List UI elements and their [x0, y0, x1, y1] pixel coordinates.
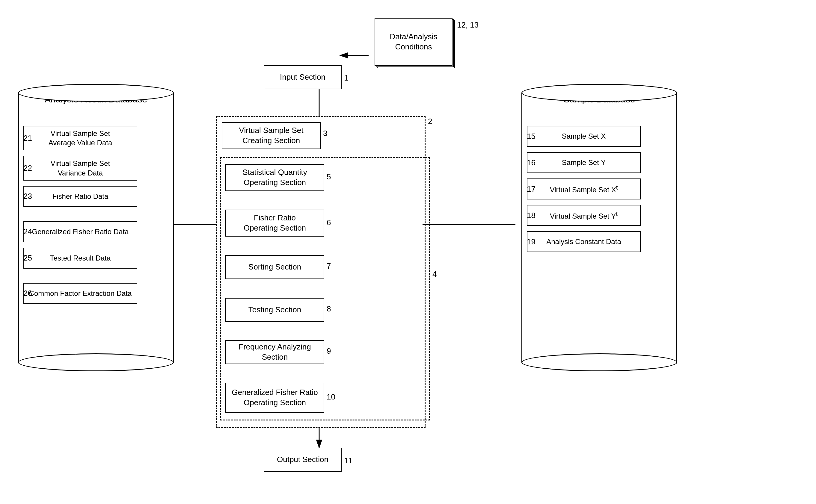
generalized-fisher-data-box: Generalized Fisher Ratio Data: [23, 221, 137, 242]
frequency-analyzing-box: Frequency Analyzing Section: [225, 340, 324, 364]
ref-25: 25: [23, 253, 32, 263]
ref-12-13: 12, 13: [457, 20, 479, 30]
ref-9: 9: [327, 346, 331, 356]
ref-26: 26: [23, 289, 32, 298]
ref-18: 18: [527, 211, 536, 220]
pages-stack: Data/AnalysisConditions: [374, 18, 453, 66]
inner-dashed-box: [220, 157, 430, 420]
ref-24: 24: [23, 227, 32, 236]
input-section-box: Input Section: [264, 65, 341, 89]
ref-23: 23: [23, 192, 32, 201]
testing-section-box: Testing Section: [225, 298, 324, 322]
sample-db: Sample Database 14 Sample Set X 15 Sampl…: [522, 84, 677, 362]
statistical-quantity-box: Statistical QuantityOperating Section: [225, 164, 324, 191]
ref-3: 3: [323, 129, 327, 138]
virtual-sample-creating-box: Virtual Sample SetCreating Section: [222, 122, 321, 149]
common-factor-box: Common Factor Extraction Data: [23, 283, 137, 304]
ref-17: 17: [527, 184, 536, 194]
analysis-result-db: Analysis Result Database 20 Virtual Samp…: [18, 84, 174, 362]
tested-result-box: Tested Result Data: [23, 248, 137, 269]
ref-6: 6: [327, 218, 331, 227]
fisher-ratio-op-box: Fisher RatioOperating Section: [225, 210, 324, 237]
ref-21: 21: [23, 134, 32, 143]
vss-variance-box: Virtual Sample SetVariance Data: [23, 156, 137, 180]
ref-4: 4: [433, 270, 437, 279]
generalized-fisher-box: Generalized Fisher RatioOperating Sectio…: [225, 383, 324, 413]
ref-10: 10: [327, 392, 335, 402]
ref-7: 7: [327, 261, 331, 271]
sample-set-x-box: Sample Set X: [527, 126, 641, 147]
analysis-constant-box: Analysis Constant Data: [527, 231, 641, 252]
ref-15: 15: [527, 132, 536, 141]
ref-5: 5: [327, 172, 331, 181]
fisher-ratio-data-box: Fisher Ratio Data: [23, 186, 137, 207]
ref-22: 22: [23, 164, 32, 173]
sample-set-y-box: Sample Set Y: [527, 152, 641, 173]
output-section-box: Output Section: [264, 448, 341, 472]
ref-11: 11: [344, 456, 353, 465]
ref-1: 1: [344, 73, 348, 83]
virtual-sample-xt-box: Virtual Sample Set Xt: [527, 178, 641, 199]
ref-2: 2: [428, 117, 432, 126]
virtual-sample-yt-box: Virtual Sample Set Yt: [527, 205, 641, 226]
ref-16: 16: [527, 158, 536, 167]
data-analysis-box: Data/AnalysisConditions: [374, 18, 453, 66]
ref-8: 8: [327, 304, 331, 314]
sorting-section-box: Sorting Section: [225, 255, 324, 279]
vss-avg-box: Virtual Sample SetAverage Value Data: [23, 126, 137, 150]
ref-19: 19: [527, 237, 536, 246]
